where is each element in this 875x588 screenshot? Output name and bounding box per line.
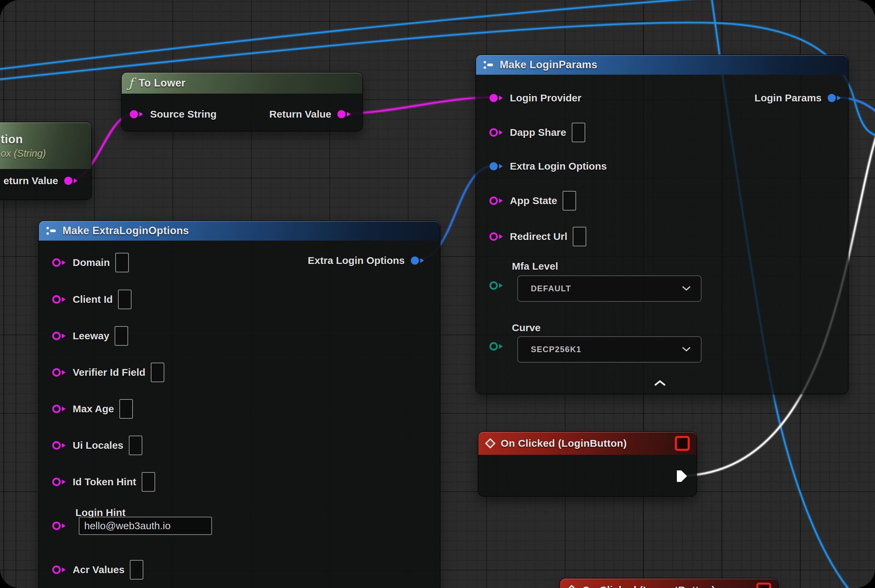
pin-label-mfa-level: Mfa Level xyxy=(512,261,558,272)
pin-label-extra-login-options-in: Extra Login Options xyxy=(510,160,607,172)
string-input-pin[interactable] xyxy=(489,128,504,138)
node-title: On Clicked (LogoutButton) xyxy=(582,584,715,588)
node-subtitle: ox (String) xyxy=(1,148,46,159)
struct-output-pin[interactable] xyxy=(827,93,842,103)
pin-label-domain: Domain xyxy=(73,257,110,268)
string-input-pin[interactable] xyxy=(52,368,67,378)
event-icon xyxy=(485,438,495,448)
pin-label-verifier-id-field: Verifier Id Field xyxy=(73,367,145,378)
make-struct-icon xyxy=(483,60,494,70)
chevron-down-icon xyxy=(682,286,691,291)
mfa-level-value: DEFAULT xyxy=(531,284,571,293)
pin-label-login-params-out: Login Params xyxy=(755,92,822,104)
pin-label-max-age: Max Age xyxy=(73,403,114,415)
pin-label-return-value: Return Value xyxy=(269,108,331,120)
max-age-value-field[interactable] xyxy=(119,399,133,419)
ui-locales-value-field[interactable] xyxy=(129,436,142,455)
client-id-value-field[interactable] xyxy=(118,290,132,309)
pin-label-curve: Curve xyxy=(512,322,541,333)
struct-output-pin[interactable] xyxy=(410,255,425,266)
node-title: To Lower xyxy=(138,77,186,89)
collapse-node-chevron[interactable] xyxy=(654,380,666,386)
string-input-pin[interactable] xyxy=(52,331,67,341)
widget-event-badge xyxy=(756,583,771,588)
string-input-pin[interactable] xyxy=(52,565,67,575)
widget-event-badge xyxy=(675,436,690,451)
exec-output-pin[interactable] xyxy=(676,470,688,483)
leeway-value-field[interactable] xyxy=(114,326,128,346)
mfa-level-dropdown[interactable]: DEFAULT xyxy=(517,275,702,302)
pin-label-dapp-share: Dapp Share xyxy=(510,127,566,138)
login-hint-value: hello@web3auth.io xyxy=(84,520,171,532)
string-input-pin[interactable] xyxy=(52,477,67,487)
redirect-url-value-field[interactable] xyxy=(573,227,586,246)
string-output-pin[interactable] xyxy=(337,109,352,119)
chevron-down-icon xyxy=(682,347,691,352)
node-on-clicked-logout-button[interactable]: On Clicked (LogoutButton) xyxy=(560,579,778,588)
pin-label-ui-locales: Ui Locales xyxy=(73,440,123,451)
curve-dropdown[interactable]: SECP256K1 xyxy=(517,336,702,363)
pin-label-extra-login-options-out: Extra Login Options xyxy=(308,255,405,266)
blueprint-canvas[interactable]: tion ox (String) eturn Value ƒ To Lower … xyxy=(0,0,875,588)
string-input-pin[interactable] xyxy=(489,93,504,103)
curve-value: SECP256K1 xyxy=(531,345,582,354)
string-input-pin[interactable] xyxy=(52,258,67,268)
id-token-hint-value-field[interactable] xyxy=(142,472,155,492)
domain-value-field[interactable] xyxy=(115,253,129,272)
pin-label-id-token-hint: Id Token Hint xyxy=(73,476,136,488)
node-on-clicked-login-button[interactable]: On Clicked (LoginButton) xyxy=(478,432,696,496)
node-make-login-params[interactable]: Make LoginParams Login Params Login Prov… xyxy=(476,55,848,394)
string-output-pin[interactable] xyxy=(63,176,79,186)
node-make-extra-login-options[interactable]: Make ExtraLoginOptions Extra Login Optio… xyxy=(39,221,440,588)
verifier-id-value-field[interactable] xyxy=(151,363,164,382)
pin-label-source-string: Source String xyxy=(150,108,217,120)
enum-input-pin[interactable] xyxy=(489,280,504,291)
event-icon xyxy=(567,585,577,588)
make-struct-icon xyxy=(46,226,57,236)
enum-input-pin[interactable] xyxy=(489,341,504,351)
pin-label-app-state: App State xyxy=(510,195,557,207)
string-input-pin[interactable] xyxy=(52,521,67,531)
function-icon: ƒ xyxy=(128,77,133,90)
pin-label-client-id: Client Id xyxy=(73,294,113,305)
acr-values-value-field[interactable] xyxy=(130,560,143,579)
string-input-pin[interactable] xyxy=(129,109,145,119)
string-input-pin[interactable] xyxy=(52,440,67,450)
login-hint-value-field[interactable]: hello@web3auth.io xyxy=(79,517,212,535)
string-input-pin[interactable] xyxy=(489,196,504,206)
app-state-value-field[interactable] xyxy=(562,191,576,210)
struct-input-pin[interactable] xyxy=(489,161,504,171)
pin-label-acr-values: Acr Values xyxy=(73,564,125,576)
string-input-pin[interactable] xyxy=(52,294,67,304)
string-input-pin[interactable] xyxy=(489,231,504,242)
pin-label-login-provider: Login Provider xyxy=(510,92,582,104)
pin-label-redirect-url: Redirect Url xyxy=(510,231,567,242)
string-input-pin[interactable] xyxy=(52,404,67,414)
node-get-selected-option[interactable]: tion ox (String) eturn Value xyxy=(0,122,91,200)
node-title: Make ExtraLoginOptions xyxy=(63,225,189,237)
pin-label-leeway: Leeway xyxy=(73,330,109,342)
node-title: On Clicked (LoginButton) xyxy=(501,438,627,449)
node-to-lower[interactable]: ƒ To Lower Source String Return Value xyxy=(122,73,362,131)
dapp-share-value-field[interactable] xyxy=(572,123,585,142)
node-title: Make LoginParams xyxy=(500,59,597,71)
node-title: tion xyxy=(1,132,23,146)
wire-tolower-to-provider xyxy=(343,98,494,114)
pin-label-return-value: eturn Value xyxy=(3,175,58,186)
